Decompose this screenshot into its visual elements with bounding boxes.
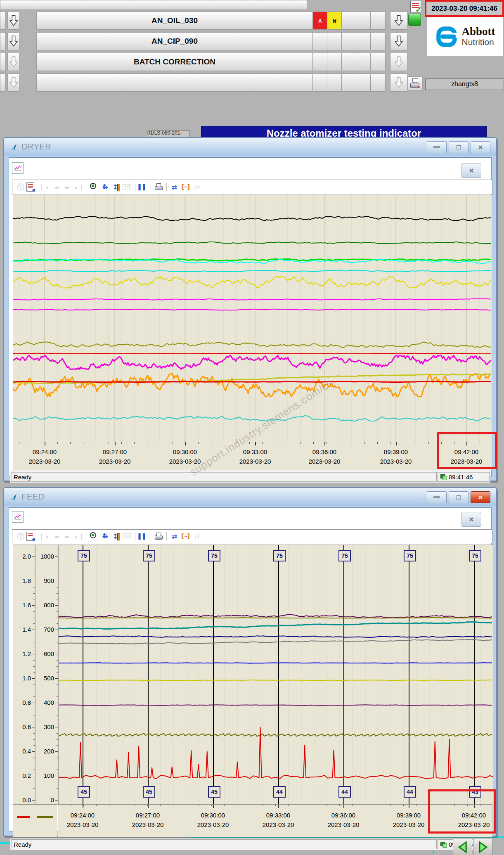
feed-y-axis-inner: 10009008007006005004003002001000: [35, 545, 58, 805]
acknowledge-button[interactable]: [410, 1, 421, 12]
row-stub-button[interactable]: [0, 53, 6, 71]
row-arrow-button[interactable]: [7, 32, 20, 50]
dryer-status-text: Ready: [11, 472, 437, 482]
group-button[interactable]: [36, 73, 313, 92]
row-arrow-button-right[interactable]: [390, 73, 407, 92]
move-trend-icon[interactable]: [100, 182, 110, 192]
row-arrow-button-right[interactable]: [390, 32, 407, 50]
group-button[interactable]: AN_CIP_090: [36, 32, 313, 50]
previous-record-icon: [51, 182, 61, 192]
pause-icon[interactable]: [138, 182, 148, 192]
toolbar-separator: [37, 532, 37, 540]
open-dialog-icon[interactable]: [26, 532, 34, 541]
dryer-x-tick-label: 09:27:002023-03-20: [90, 447, 140, 467]
hollow-down-arrow-icon: [9, 76, 18, 89]
dryer-series-trend-olive: [13, 342, 491, 347]
dryer-series-trend-magenta-2: [13, 309, 491, 310]
status-cell: [370, 12, 386, 30]
feed-legend-box: [13, 804, 57, 837]
print-icon[interactable]: [154, 531, 164, 542]
feed-statusbar: Ready 09:41:46: [10, 838, 490, 850]
row-arrow-button-right[interactable]: [390, 53, 407, 71]
dryer-window-title: DRYER: [21, 142, 51, 152]
dryer-trend-mini-button[interactable]: [12, 162, 24, 174]
abbott-a-logo-icon: [435, 25, 458, 48]
alarm-badge: A: [319, 18, 322, 24]
dryer-x-tick-label: 09:39:002023-03-20: [371, 447, 421, 467]
group-button[interactable]: BATCH CORRECTION: [36, 53, 313, 71]
dryer-panel-close-button[interactable]: ×: [461, 163, 481, 178]
dryer-minimize-button[interactable]: [427, 141, 447, 153]
feed-x-tick-label: 09:42:002023-03-20: [449, 810, 499, 830]
row-arrow-button[interactable]: [7, 53, 20, 71]
feed-titlebar[interactable]: FEED □ ×: [4, 488, 496, 506]
status-cell: [370, 53, 386, 71]
maximize-icon: □: [457, 493, 461, 502]
row-arrow-button-right[interactable]: [390, 12, 407, 30]
last-record-icon: [73, 531, 83, 542]
dryer-x-axis: 09:24:002023-03-2009:27:002023-03-2009:3…: [13, 442, 492, 470]
toolbar-separator: [86, 183, 86, 191]
status-cell: [370, 73, 386, 92]
feed-series-trend-olive-sawtooth: [59, 733, 492, 737]
group-button-label: AN_OIL_030: [151, 16, 198, 25]
navigate-next-button[interactable]: [473, 838, 492, 855]
navigate-previous-button[interactable]: [453, 838, 472, 855]
zoom-area-icon[interactable]: [89, 531, 99, 542]
print-button[interactable]: [408, 76, 423, 91]
dryer-x-tick-label: 09:30:002023-03-20: [160, 447, 210, 467]
print-icon[interactable]: [154, 182, 164, 192]
feed-chart-area[interactable]: 7545754575457544754475447543: [58, 545, 493, 805]
feed-y2-tick-label: 300: [38, 723, 54, 730]
row-stub-button[interactable]: [0, 73, 6, 92]
trend-chart-icon: [14, 165, 21, 171]
dryer-x-tick-label: 09:33:002023-03-20: [230, 447, 280, 467]
select-time-range-icon[interactable]: [180, 531, 191, 542]
select-trends-icon[interactable]: [169, 531, 180, 542]
help-icon: [15, 531, 26, 542]
row-stub-button[interactable]: [0, 32, 6, 50]
logo-line2: Nutrition: [461, 37, 495, 47]
status-cell: [370, 32, 386, 50]
status-cell: W: [327, 12, 342, 30]
feed-y2-tick-label: 0: [38, 796, 54, 803]
feed-trend-mini-button[interactable]: [12, 511, 24, 523]
move-trend-icon[interactable]: [100, 531, 110, 542]
feed-close-button[interactable]: ×: [471, 491, 490, 503]
row-arrow-button[interactable]: [7, 73, 20, 92]
zoom-y-icon[interactable]: [111, 531, 121, 542]
select-time-range-icon[interactable]: [180, 182, 191, 192]
close-icon: ×: [478, 493, 483, 502]
group-button[interactable]: AN_OIL_030: [36, 12, 313, 30]
feed-minimize-button[interactable]: [427, 491, 447, 503]
top-strip-button[interactable]: [0, 0, 307, 10]
feed-maximize-button[interactable]: □: [449, 491, 469, 503]
pause-icon[interactable]: [138, 531, 148, 542]
zoom-y-icon[interactable]: [111, 182, 121, 192]
feed-panel-close-button[interactable]: ×: [461, 512, 481, 527]
dryer-statusbar: Ready 09:41:46: [10, 471, 490, 483]
cursor-top-value: 75: [143, 550, 155, 561]
row-arrow-button[interactable]: [7, 12, 20, 30]
select-trends-icon[interactable]: [169, 182, 180, 192]
dryer-maximize-button[interactable]: □: [449, 141, 469, 153]
open-dialog-icon[interactable]: [26, 182, 34, 192]
dryer-chart-area[interactable]: [13, 195, 492, 442]
dryer-x-tick-label: 09:24:002023-03-20: [20, 447, 69, 467]
row-stub-button[interactable]: [0, 12, 6, 30]
dryer-series-trend-teal: [13, 416, 491, 421]
group-button-label: BATCH CORRECTION: [134, 57, 215, 66]
dryer-series-trend-black: [13, 216, 491, 220]
next-record-icon: [62, 182, 72, 192]
feed-series-trend-teal: [59, 622, 492, 629]
feed-y1-tick-label: 2.0: [14, 553, 31, 560]
status-led-green: [408, 14, 421, 26]
zoom-area-icon[interactable]: [89, 182, 99, 192]
connection-status-icon: [440, 842, 447, 847]
feed-y1-tick-label: 0.6: [14, 723, 31, 730]
dryer-titlebar[interactable]: DRYER □ ×: [4, 138, 496, 156]
cursor-top-value: 75: [273, 550, 286, 561]
dryer-close-button[interactable]: ×: [471, 141, 490, 153]
connection-status-icon: [440, 474, 447, 480]
toolbar-separator: [135, 532, 135, 540]
